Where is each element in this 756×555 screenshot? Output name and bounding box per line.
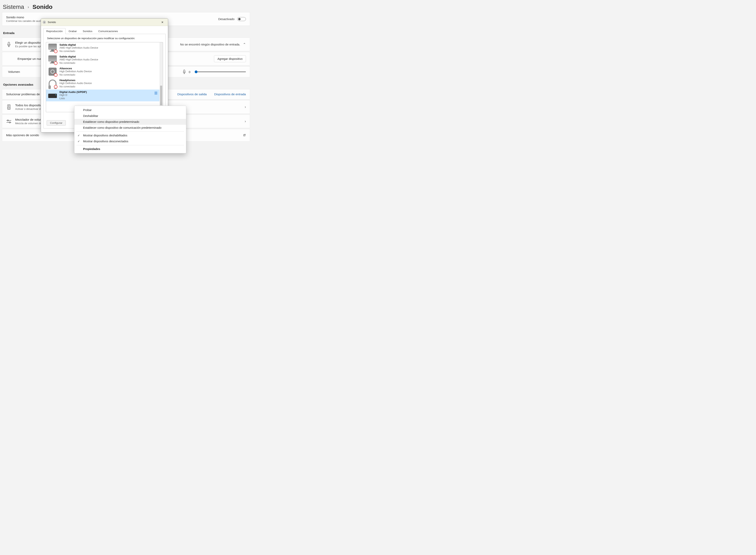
context-menu-item[interactable]: Mostrar dispositivos desconectados <box>74 138 186 144</box>
tab-communications[interactable]: Comunicaciones <box>95 28 121 34</box>
device-desc: AMD High Definition Audio Device <box>59 58 161 61</box>
device-row[interactable]: Salida digitalAMD High Definition Audio … <box>46 54 163 66</box>
tab-recording[interactable]: Grabar <box>66 28 80 34</box>
close-icon: ✕ <box>161 21 164 24</box>
breadcrumb-current: Sonido <box>33 4 52 10</box>
context-menu-item[interactable]: Mostrar dispositivos deshabilitados <box>74 132 186 138</box>
device-name: Altavoces <box>59 67 161 70</box>
chevron-right-icon: › <box>245 119 246 123</box>
volume-value: 0 <box>189 70 191 74</box>
svg-point-3 <box>8 105 9 106</box>
device-name: Salida digital <box>59 55 161 58</box>
device-row[interactable]: Salida digitalAMD High Definition Audio … <box>46 42 163 54</box>
context-menu-item[interactable]: Probar <box>74 107 186 113</box>
breadcrumb-parent[interactable]: Sistema <box>3 4 24 10</box>
disconnected-badge-icon <box>54 85 57 89</box>
device-row[interactable]: HeadphonesHigh Definition Audio DeviceNo… <box>46 78 163 90</box>
device-status: Listo <box>59 97 161 100</box>
disconnected-badge-icon <box>54 61 57 65</box>
dialog-titlebar[interactable]: Sonido ✕ <box>41 18 168 26</box>
playback-device-list[interactable]: Salida digitalAMD High Definition Audio … <box>46 42 163 112</box>
svg-rect-1 <box>183 70 185 72</box>
device-desc: High D <box>59 93 161 97</box>
svg-point-6 <box>7 120 8 121</box>
device-desc: AMD High Definition Audio Device <box>59 46 161 50</box>
configure-button[interactable]: Configurar <box>47 120 66 126</box>
device-name: Salida digital <box>59 43 161 46</box>
mono-toggle[interactable] <box>237 17 246 21</box>
mono-state-label: Desactivado <box>218 17 235 21</box>
headphones-icon <box>48 79 57 89</box>
chevron-down-icon: ⌃ <box>243 42 246 47</box>
svg-rect-0 <box>8 42 10 45</box>
svg-point-8 <box>9 122 10 123</box>
speaker-icon <box>6 104 12 110</box>
chevron-right-icon: › <box>28 5 29 9</box>
device-desc: High Definition Audio Device <box>59 70 161 73</box>
disconnected-badge-icon <box>54 73 57 77</box>
dialog-title: Sonido <box>48 21 159 24</box>
speaker-icon <box>48 67 57 77</box>
device-desc: High Definition Audio Device <box>59 82 161 85</box>
tab-sounds[interactable]: Sonidos <box>80 28 95 34</box>
device-status: No conectado <box>59 61 161 65</box>
monitor-icon <box>48 55 57 65</box>
microphone-icon <box>182 70 186 74</box>
device-row[interactable]: Digital Audio (S/PDIF)High DListo <box>46 90 163 101</box>
context-menu-item[interactable]: Establecer como dispositivo de comunicac… <box>74 125 186 131</box>
input-devices-link[interactable]: Dispositivos de entrada <box>214 92 246 96</box>
svg-point-4 <box>8 107 10 109</box>
context-menu-item[interactable]: Propiedades <box>74 146 186 152</box>
output-devices-link[interactable]: Dispositivos de salida <box>177 92 207 96</box>
no-input-device-label: No se encontró ningún dispositivo de ent… <box>180 43 240 46</box>
microphone-icon <box>6 42 12 47</box>
context-menu-item[interactable]: Establecer como dispositivo predetermina… <box>74 119 186 125</box>
external-link-icon <box>243 134 246 137</box>
device-name: Digital Audio (S/PDIF) <box>59 90 161 93</box>
device-status: No conectado <box>59 73 161 77</box>
device-name: Headphones <box>59 79 161 82</box>
device-context-menu: ProbarDeshabilitarEstablecer como dispos… <box>74 106 186 153</box>
scrollbar[interactable] <box>160 42 163 112</box>
svg-point-10 <box>44 22 45 23</box>
context-menu-item[interactable]: Deshabilitar <box>74 113 186 119</box>
monitor-icon <box>48 43 57 53</box>
sound-icon <box>43 20 46 24</box>
playback-instruction: Seleccione un dispositivo de reproducció… <box>46 37 163 40</box>
device-row[interactable]: AltavocesHigh Definition Audio DeviceNo … <box>46 66 163 78</box>
dialog-tabs: Reproducción Grabar Sonidos Comunicacion… <box>43 28 166 34</box>
mixer-icon <box>6 119 12 124</box>
device-status: No conectado <box>59 85 161 88</box>
tab-playback[interactable]: Reproducción <box>43 28 66 34</box>
device-status: No conectado <box>59 50 161 53</box>
volume-slider[interactable] <box>195 72 246 72</box>
chevron-right-icon: › <box>245 105 246 109</box>
breadcrumb: Sistema › Sonido <box>0 0 252 12</box>
close-button[interactable]: ✕ <box>159 20 166 25</box>
add-device-button[interactable]: Agregar dispositivo <box>214 55 246 62</box>
menu-separator <box>76 131 184 132</box>
disconnected-badge-icon <box>54 50 57 53</box>
dac-icon <box>48 90 57 100</box>
level-meter-icon <box>155 92 157 95</box>
